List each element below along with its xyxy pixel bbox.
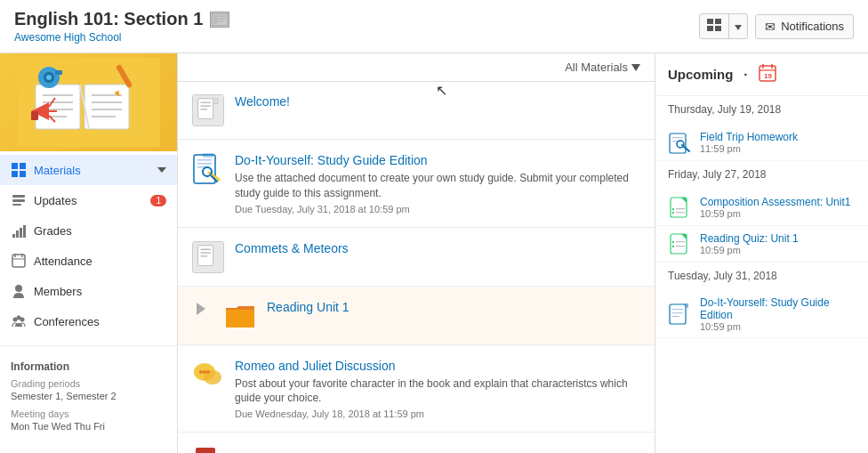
- list-item: Do-It-Yourself: Study Guide Edition Use …: [178, 141, 655, 228]
- hero-image: [0, 53, 177, 151]
- svg-rect-38: [12, 195, 25, 198]
- romeo-title[interactable]: Romeo and Juliet Discussion: [235, 359, 640, 373]
- svg-point-78: [203, 370, 206, 374]
- sidebar-item-members[interactable]: Members: [0, 276, 177, 306]
- romeo-due: Due Wednesday, July 18, 2018 at 11:59 pm: [235, 409, 640, 419]
- svg-rect-104: [670, 304, 686, 324]
- all-materials-button[interactable]: All Materials: [565, 61, 640, 74]
- svg-rect-12: [84, 85, 129, 129]
- svg-rect-42: [16, 231, 19, 238]
- svg-rect-73: [201, 255, 208, 256]
- upcoming-item[interactable]: Do-It-Yourself: Study Guide Edition 10:5…: [655, 291, 868, 338]
- svg-rect-29: [31, 111, 38, 120]
- school-name[interactable]: Awesome High School: [14, 31, 699, 44]
- svg-rect-92: [671, 198, 687, 217]
- svg-rect-39: [12, 199, 25, 202]
- notifications-label: Notifications: [781, 20, 844, 33]
- svg-rect-41: [12, 234, 15, 238]
- comets-icon: [192, 241, 224, 273]
- sidebar-item-materials[interactable]: Materials: [0, 155, 177, 185]
- svg-point-49: [15, 285, 22, 292]
- materials-arrow: [157, 166, 166, 174]
- svg-rect-106: [672, 312, 683, 313]
- svg-rect-101: [672, 246, 674, 247]
- composition-time: 10:59 pm: [700, 208, 856, 219]
- content-area: All Materials ↖ Welcome!: [178, 53, 655, 453]
- svg-rect-56: [201, 102, 211, 103]
- page-title-icon[interactable]: [210, 12, 229, 28]
- folder-toggle[interactable]: [192, 300, 210, 318]
- comets-item-body: Commets & Meteors: [235, 241, 640, 259]
- date-tuesday: Tuesday, July 31, 2018: [668, 270, 856, 282]
- conferences-icon: [11, 313, 27, 329]
- svg-rect-71: [201, 248, 211, 249]
- do-it-yourself-upcoming-title[interactable]: Do-It-Yourself: Study Guide Edition: [700, 296, 856, 321]
- sidebar-item-grades[interactable]: Grades: [0, 215, 177, 246]
- sidebar-item-updates[interactable]: Updates 1: [0, 185, 177, 215]
- field-trip-title[interactable]: Field Trip Homework: [700, 131, 856, 143]
- composition-title[interactable]: Composition Assessment: Unit1: [700, 196, 856, 208]
- reading-quiz-time: 10:59 pm: [700, 245, 856, 255]
- svg-rect-25: [55, 70, 62, 75]
- svg-marker-37: [157, 167, 166, 173]
- discussion-icon: [192, 359, 224, 391]
- field-trip-body: Field Trip Homework 11:59 pm: [700, 131, 856, 154]
- top-bar: English 101: Section 1 Awesome High Scho…: [0, 0, 868, 53]
- info-title: Information: [11, 360, 166, 373]
- svg-rect-7: [707, 26, 713, 31]
- meeting-value: Mon Tue Wed Thu Fri: [11, 421, 166, 432]
- study-guide-title[interactable]: Do-It-Yourself: Study Guide Edition: [235, 153, 640, 167]
- svg-rect-65: [203, 153, 213, 158]
- date-group-thursday: Thursday, July 19, 2018: [655, 96, 868, 125]
- updates-badge: 1: [150, 195, 166, 206]
- svg-text:19: 19: [764, 72, 772, 80]
- layout-button[interactable]: [699, 13, 748, 39]
- upcoming-item[interactable]: Composition Assessment: Unit1 10:59 pm: [655, 190, 868, 226]
- sidebar-item-conferences[interactable]: Conferences: [0, 306, 177, 336]
- notifications-button[interactable]: ✉ Notifications: [755, 14, 854, 39]
- upcoming-item[interactable]: Field Trip Homework 11:59 pm: [655, 125, 868, 161]
- svg-rect-40: [12, 204, 21, 206]
- all-materials-label: All Materials: [565, 61, 628, 74]
- welcome-title[interactable]: Welcome!: [235, 94, 640, 109]
- svg-rect-96: [676, 212, 685, 213]
- reading-quiz-title[interactable]: Reading Quiz: Unit 1: [700, 232, 856, 245]
- conferences-label: Conferences: [34, 315, 100, 328]
- svg-rect-1: [213, 15, 218, 24]
- svg-rect-2: [219, 15, 226, 17]
- svg-rect-95: [672, 212, 674, 214]
- svg-rect-35: [12, 171, 18, 177]
- layout-dropdown-arrow[interactable]: [729, 15, 747, 37]
- svg-rect-102: [676, 246, 685, 247]
- date-group-tuesday: Tuesday, July 31, 2018: [655, 263, 868, 291]
- doc-icon: [192, 94, 224, 126]
- upcoming-header: Upcoming · 19: [655, 53, 868, 96]
- upcoming-calendar-icon: 19: [759, 64, 776, 85]
- svg-rect-36: [20, 171, 26, 177]
- romeo-desc: Post about your favorite character in th…: [235, 376, 640, 407]
- members-label: Members: [34, 285, 82, 298]
- svg-rect-107: [672, 316, 679, 317]
- attendance-label: Attendance: [34, 255, 92, 268]
- svg-rect-88: [672, 137, 683, 138]
- field-trip-icon: [668, 130, 693, 155]
- date-group-friday: Friday, July 27, 2018: [655, 161, 868, 190]
- list-item: Commets & Meteors: [178, 229, 655, 287]
- pdf-item-body: [235, 446, 640, 449]
- sidebar: Materials Updates 1 Grades: [0, 53, 178, 453]
- reading-unit-title[interactable]: Reading Unit 1: [267, 300, 640, 314]
- sidebar-item-attendance[interactable]: Attendance: [0, 246, 177, 276]
- study-guide-due: Due Tuesday, July 31, 2018 at 10:59 pm: [235, 204, 640, 214]
- info-section: Information Grading periods Semester 1, …: [0, 352, 177, 448]
- svg-rect-93: [672, 208, 674, 210]
- svg-rect-100: [676, 241, 685, 242]
- main-layout: Materials Updates 1 Grades: [0, 53, 868, 453]
- upcoming-item[interactable]: Reading Quiz: Unit 1 10:59 pm: [655, 226, 868, 263]
- svg-point-77: [199, 370, 203, 374]
- grades-icon: [11, 222, 27, 239]
- svg-rect-57: [201, 105, 211, 106]
- svg-marker-74: [197, 303, 205, 315]
- comets-title[interactable]: Commets & Meteors: [235, 241, 640, 255]
- layout-icon[interactable]: [700, 14, 729, 38]
- top-bar-right: ✉ Notifications: [699, 13, 854, 39]
